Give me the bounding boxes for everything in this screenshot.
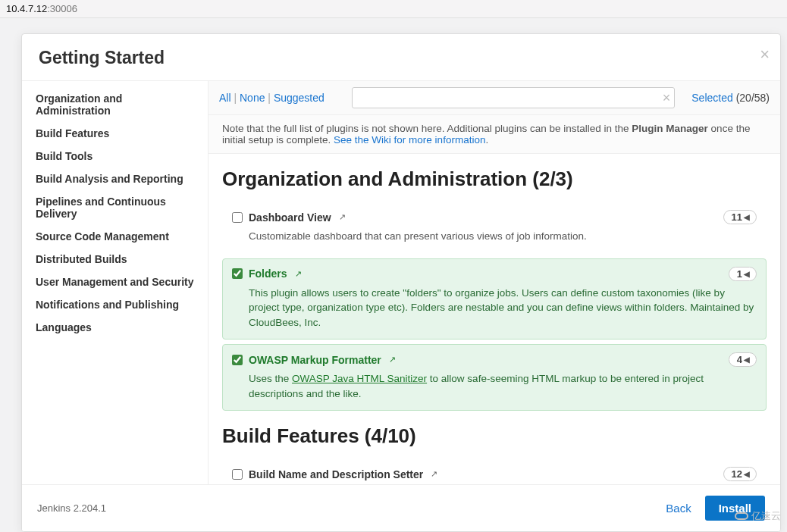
address-host: 10.4.7.12 <box>6 3 47 14</box>
address-port: :30006 <box>47 3 77 14</box>
address-bar: 10.4.7.12:30006 <box>0 0 787 18</box>
